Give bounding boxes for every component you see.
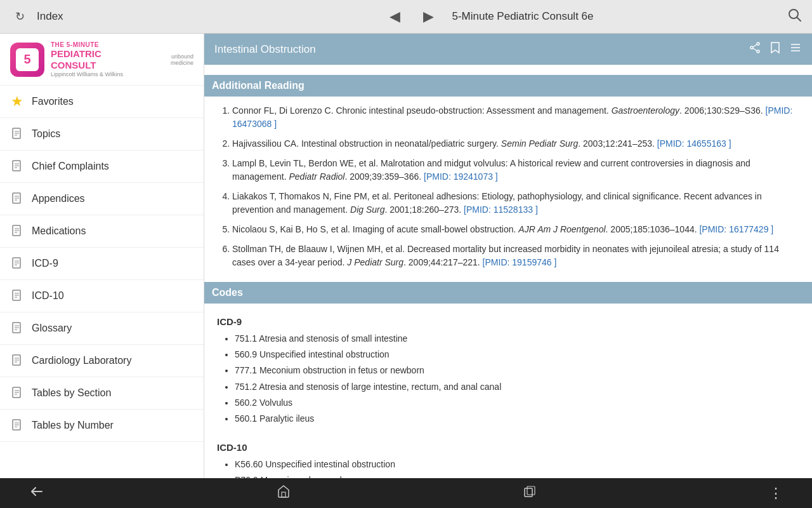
android-home-button[interactable] bbox=[272, 480, 295, 506]
search-icon bbox=[788, 8, 802, 22]
index-title: Index bbox=[37, 10, 63, 23]
app-title-block: THE 5-MINUTE PEDIATRICCONSULT Lippincott… bbox=[51, 41, 164, 77]
sidebar-item-label: Tables by Section bbox=[32, 387, 111, 399]
doc-icon bbox=[10, 224, 24, 238]
refresh-button[interactable]: ↻ bbox=[10, 7, 29, 26]
sidebar-item-favorites[interactable]: ★ Favorites bbox=[0, 86, 204, 118]
list-item: 560.1 Paralytic ileus bbox=[235, 411, 799, 427]
additional-reading-heading: Additional Reading bbox=[204, 75, 812, 97]
doc-icon bbox=[10, 418, 24, 432]
sidebar-item-tables-number[interactable]: Tables by Number bbox=[0, 410, 204, 442]
app-title: 5-Minute Pediatric Consult 6e bbox=[452, 10, 593, 23]
svg-rect-51 bbox=[525, 488, 532, 497]
share-icon bbox=[749, 41, 761, 54]
reference-item: Stollman TH, de Blaauw I, Wijnen MH, et … bbox=[232, 243, 799, 269]
sidebar-item-topics[interactable]: Topics bbox=[0, 118, 204, 150]
references-list: Connor FL, Di Lorenzo C. Chronic intesti… bbox=[217, 104, 799, 269]
list-item: 751.2 Atresia and stenosis of large inte… bbox=[235, 379, 799, 395]
sidebar-item-label: Favorites bbox=[32, 96, 74, 107]
sidebar-item-chief-complaints[interactable]: Chief Complaints bbox=[0, 150, 204, 183]
pmid-link[interactable]: [PMID: 16473068 ] bbox=[232, 105, 792, 129]
header-actions bbox=[749, 41, 802, 57]
pmid-link[interactable]: [PMID: 14655163 ] bbox=[657, 138, 731, 149]
star-icon: ★ bbox=[10, 95, 24, 109]
android-home-icon bbox=[276, 484, 291, 499]
content-scroll[interactable]: Additional Reading Connor FL, Di Lorenzo… bbox=[204, 65, 812, 478]
top-bar-right bbox=[774, 8, 812, 25]
codes-section: ICD-9 751.1 Atresia and stenosis of smal… bbox=[217, 311, 799, 478]
app-logo-inner: 5 bbox=[16, 48, 39, 71]
sidebar-item-label: Medications bbox=[32, 225, 86, 237]
list-item: 560.9 Unspecified intestinal obstruction bbox=[235, 347, 799, 363]
menu-icon bbox=[789, 41, 802, 54]
bookmark-icon bbox=[769, 41, 782, 54]
icd9-label: ICD-9 bbox=[217, 311, 799, 331]
sidebar-item-medications[interactable]: Medications bbox=[0, 215, 204, 248]
svg-point-44 bbox=[750, 46, 753, 49]
android-recent-icon bbox=[522, 484, 537, 499]
top-bar-left: ↻ Index bbox=[0, 7, 204, 26]
sidebar-item-glossary[interactable]: Glossary bbox=[0, 312, 204, 345]
svg-rect-50 bbox=[282, 492, 285, 497]
doc-icon bbox=[10, 386, 24, 400]
list-item: 560.2 Volvulus bbox=[235, 395, 799, 411]
pmid-link[interactable]: [PMID: 11528133 ] bbox=[464, 204, 538, 215]
icd9-codes-list: 751.1 Atresia and stenosis of small inte… bbox=[217, 331, 799, 427]
android-menu-button[interactable]: ⋮ bbox=[765, 481, 787, 505]
list-item: K56.60 Unspecified intestinal obstructio… bbox=[235, 457, 799, 472]
pmid-link[interactable]: [PMID: 19159746 ] bbox=[483, 257, 557, 267]
reference-item: Lampl B, Levin TL, Berdon WE, et al. Mal… bbox=[232, 157, 799, 184]
svg-point-42 bbox=[757, 43, 759, 45]
svg-line-46 bbox=[753, 48, 757, 51]
sidebar-item-tables-section[interactable]: Tables by Section bbox=[0, 377, 204, 410]
icd10-codes-list: K56.60 Unspecified intestinal obstructio… bbox=[217, 457, 799, 478]
android-back-button[interactable] bbox=[25, 480, 48, 506]
top-bar: ↻ Index ◀ ▶ 5-Minute Pediatric Consult 6… bbox=[0, 0, 812, 34]
sidebar-item-label: ICD-9 bbox=[32, 258, 58, 269]
svg-point-43 bbox=[757, 50, 759, 53]
doc-icon bbox=[10, 321, 24, 335]
list-item: P76.0 Meconium plug syndrome bbox=[235, 472, 799, 478]
sidebar-item-label: ICD-10 bbox=[32, 290, 64, 302]
app-logo: 5 bbox=[10, 43, 44, 77]
sidebar-header: 5 THE 5-MINUTE PEDIATRICCONSULT Lippinco… bbox=[0, 34, 204, 86]
reference-item: Nicolaou S, Kai B, Ho S, et al. Imaging … bbox=[232, 223, 799, 236]
sidebar-nav: ★ Favorites Topics Chief Complaints bbox=[0, 86, 204, 478]
svg-rect-52 bbox=[527, 486, 535, 495]
search-button[interactable] bbox=[788, 8, 802, 25]
android-back-icon bbox=[29, 484, 44, 499]
sidebar-item-appendices[interactable]: Appendices bbox=[0, 183, 204, 215]
svg-line-1 bbox=[797, 17, 801, 21]
pmid-link[interactable]: [PMID: 19241073 ] bbox=[424, 171, 498, 182]
forward-nav-button[interactable]: ▶ bbox=[418, 6, 439, 27]
sidebar-item-label: Glossary bbox=[32, 323, 72, 334]
app-title-main: PEDIATRICCONSULT bbox=[51, 48, 164, 71]
list-item: 777.1 Meconium obstruction in fetus or n… bbox=[235, 363, 799, 378]
doc-icon bbox=[10, 192, 24, 206]
app-title-sub: Lippincott Williams & Wilkins bbox=[51, 71, 164, 77]
icd10-label: ICD-10 bbox=[217, 437, 799, 457]
sidebar-item-label: Appendices bbox=[32, 193, 85, 204]
bookmark-button[interactable] bbox=[769, 41, 782, 57]
menu-button[interactable] bbox=[789, 41, 802, 57]
pmid-link[interactable]: [PMID: 16177429 ] bbox=[699, 224, 773, 234]
doc-icon bbox=[10, 127, 24, 141]
unbound-logo: unboundmedicine bbox=[171, 53, 193, 66]
back-nav-button[interactable]: ◀ bbox=[384, 6, 405, 27]
sidebar-item-icd10[interactable]: ICD-10 bbox=[0, 280, 204, 312]
list-item: 751.1 Atresia and stenosis of small inte… bbox=[235, 331, 799, 347]
android-recent-button[interactable] bbox=[518, 480, 541, 506]
sidebar-item-label: Cardiology Laboratory bbox=[32, 355, 131, 366]
doc-icon bbox=[10, 354, 24, 368]
reference-item: Liakakos T, Thomakos N, Fine PM, et al. … bbox=[232, 190, 799, 217]
doc-icon bbox=[10, 159, 24, 173]
codes-heading: Codes bbox=[204, 282, 812, 304]
sidebar-item-icd9[interactable]: ICD-9 bbox=[0, 248, 204, 280]
reference-item: Hajivassiliou CA. Intestinal obstruction… bbox=[232, 137, 799, 150]
content-header: Intestinal Obstruction bbox=[204, 34, 812, 65]
sidebar-item-label: Tables by Number bbox=[32, 420, 114, 431]
sidebar-item-label: Topics bbox=[32, 128, 60, 140]
share-button[interactable] bbox=[749, 41, 761, 57]
sidebar: 5 THE 5-MINUTE PEDIATRICCONSULT Lippinco… bbox=[0, 34, 204, 478]
sidebar-item-cardiology-lab[interactable]: Cardiology Laboratory bbox=[0, 345, 204, 377]
